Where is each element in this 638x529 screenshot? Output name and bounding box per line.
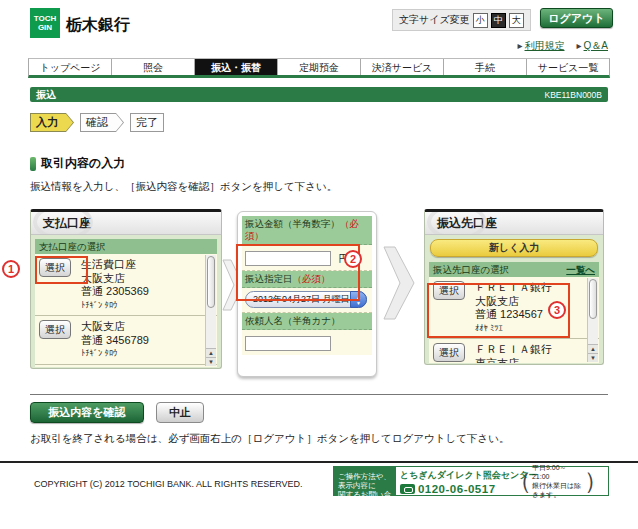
- payment-list-scrollbar[interactable]: ▲ ▼: [205, 255, 216, 366]
- font-size-label: 文字サイズ変更: [399, 13, 470, 27]
- qa-link[interactable]: ▸Q＆A: [577, 39, 608, 53]
- page-title: 振込: [36, 88, 56, 102]
- scrollbar-thumb[interactable]: [589, 279, 597, 319]
- destination-list-link[interactable]: 一覧へ: [566, 262, 595, 277]
- destination-list-scrollbar[interactable]: ▲ ▼: [587, 278, 598, 362]
- contact-center-name: とちぎんダイレクト照会センター: [400, 469, 508, 482]
- watermark-decoration: [33, 212, 93, 235]
- date-label-row: 振込指定日（必須）: [242, 271, 372, 288]
- payer-input-row: [242, 330, 372, 355]
- destination-account-row: 選択 ＦＲＥＩＡ銀行 東京支店: [429, 339, 599, 363]
- nav-payment-service[interactable]: 決済サービス: [361, 59, 444, 75]
- nav-top-page[interactable]: トップページ: [29, 59, 112, 75]
- instruction-text: 振込情報を入力し、［振込内容を確認］ボタンを押して下さい。: [30, 180, 337, 194]
- step-complete: 完了: [130, 113, 164, 132]
- confirm-transfer-button[interactable]: 振込内容を確認: [30, 402, 144, 423]
- contact-hours-line2: 銀行休業日は除きます。: [532, 481, 584, 499]
- date-select[interactable]: 2012年04月27日 月曜日 ▲ ▼: [245, 291, 367, 308]
- nav-transfer[interactable]: 振込・振替: [195, 59, 278, 75]
- arrow-bullet-icon: ▸: [577, 40, 582, 51]
- nav-time-deposit[interactable]: 定期預金: [278, 59, 361, 75]
- payment-account-row: 選択 生活費口座 大阪支店 普通 2305369 ﾄﾁｷﾞﾝ ﾀﾛｳ: [35, 254, 217, 316]
- header-links: ▸利用規定 ▸Q＆A: [517, 39, 608, 53]
- destination-list-header: 振込先口座の選択 一覧へ: [429, 262, 599, 277]
- stepper-down-icon: ▼: [351, 300, 366, 306]
- destination-bank: ＦＲＥＩＡ銀行: [475, 343, 552, 357]
- date-select-value: 2012年04月27日 月曜日: [253, 294, 350, 304]
- payer-label-row: 依頼人名（半角カナ）: [242, 313, 372, 330]
- select-stepper-icon: ▲ ▼: [350, 291, 367, 308]
- watermark-decoration: [427, 212, 487, 235]
- destination-account-row: 選択 ＦＲＥＩＡ銀行 大阪支店 普通 1234567 ｵｵﾔ ﾐﾂｴ: [429, 277, 599, 339]
- nav-inquiry[interactable]: 照会: [112, 59, 195, 75]
- page-title-bar: 振込 KBE11BN000B: [30, 87, 608, 102]
- payer-name-input[interactable]: [245, 336, 331, 351]
- payment-account-panel: 支払口座 支払口座の選択 選択 生活費口座 大阪支店 普通 2305369 ﾄﾁ…: [30, 209, 222, 369]
- terms-link-label: 利用規定: [525, 40, 565, 51]
- font-size-small-button[interactable]: 小: [473, 13, 488, 28]
- account-branch: 大阪支店: [81, 320, 149, 334]
- account-branch: 大阪支店: [81, 272, 149, 286]
- contact-center-block: とちぎんダイレクト照会センター 0120-06-0517: [396, 467, 508, 495]
- destination-branch: 東京支店: [475, 357, 552, 364]
- bank-logo-line1: TOCH: [30, 14, 60, 23]
- transfer-detail-panel: 振込金額（半角数字）（必須） 円 振込指定日（必須） 2012年04月27日 月…: [237, 211, 377, 377]
- select-destination-account-2-button[interactable]: 選択: [433, 343, 465, 362]
- new-destination-button[interactable]: 新しく入力: [430, 239, 598, 257]
- annotation-circle-3: 3: [548, 301, 566, 319]
- payment-account-list: 選択 生活費口座 大阪支店 普通 2305369 ﾄﾁｷﾞﾝ ﾀﾛｳ 選択 大阪…: [35, 254, 217, 367]
- select-destination-account-1-button[interactable]: 選択: [433, 281, 465, 300]
- logout-button[interactable]: ログアウト: [540, 8, 613, 28]
- step-input: 入力: [30, 113, 74, 132]
- account-name: 生活費口座: [81, 258, 149, 272]
- annotation-circle-1: 1: [2, 260, 20, 278]
- nav-service-list[interactable]: サービス一覧: [527, 59, 609, 75]
- paren-close: ）: [584, 477, 608, 486]
- payment-panel-title-row: 支払口座: [31, 212, 221, 235]
- destination-branch: 大阪支店: [475, 295, 552, 309]
- transfer-page: TOCH GIN 栃木銀行 文字サイズ変更 小 中 大 ログアウト ▸利用規定 …: [0, 0, 638, 529]
- annotation-circle-2: 2: [344, 250, 362, 268]
- payment-list-header-label: 支払口座の選択: [39, 239, 106, 254]
- step-input-label: 入力: [31, 114, 73, 131]
- paren-open: （: [508, 477, 532, 486]
- action-buttons: 振込内容を確認 中止: [30, 402, 204, 423]
- scroll-down-icon[interactable]: ▼: [588, 353, 598, 362]
- scroll-up-icon[interactable]: ▲: [206, 348, 216, 357]
- font-size-control: 文字サイズ変更 小 中 大: [392, 9, 531, 31]
- select-payment-account-1-button[interactable]: 選択: [39, 258, 71, 277]
- date-required-label: （必須）: [293, 273, 331, 284]
- nav-procedures[interactable]: 手続: [444, 59, 527, 75]
- scrollbar-thumb[interactable]: [207, 256, 215, 308]
- terms-link[interactable]: ▸利用規定: [517, 39, 564, 53]
- contact-box: ご操作方法や、表示内容に 関するお問い合わせ とちぎんダイレクト照会センター 0…: [333, 466, 609, 496]
- destination-list-header-label: 振込先口座の選択: [433, 262, 509, 277]
- bank-name: 栃木銀行: [66, 15, 130, 36]
- qa-link-label: Q＆A: [584, 40, 608, 51]
- payment-account-row: 選択 大阪支店: [35, 365, 217, 368]
- payment-account-row: 選択 大阪支店 普通 3456789 ﾄﾁｷﾞﾝ ﾀﾛｳ: [35, 316, 217, 365]
- destination-holder-kana: ｵｵﾔ ﾐﾂｴ: [475, 322, 552, 336]
- step-confirm-label: 確認: [81, 114, 123, 131]
- destination-account-panel: 振込先口座 新しく入力 振込先口座の選択 一覧へ 選択 ＦＲＥＩＡ銀行 大阪支店…: [424, 209, 604, 365]
- logout-note: お取引を終了される場合は、必ず画面右上の［ログアウト］ボタンを押してログアウトし…: [30, 432, 509, 446]
- select-payment-account-2-button[interactable]: 選択: [39, 320, 71, 339]
- account-holder-kana: ﾄﾁｷﾞﾝ ﾀﾛｳ: [81, 347, 149, 361]
- amount-input[interactable]: [245, 251, 331, 266]
- amount-label-row: 振込金額（半角数字）（必須）: [242, 216, 372, 245]
- free-dial-icon: [400, 484, 415, 494]
- scroll-down-icon[interactable]: ▼: [206, 357, 216, 366]
- contact-hours: （ 平日9:00～21:00 銀行休業日は除きます。 ）: [508, 467, 608, 495]
- account-holder-kana: ﾄﾁｷﾞﾝ ﾀﾛｳ: [81, 299, 149, 313]
- account-number: 普通 2305369: [81, 285, 149, 299]
- contact-label-line2: 関するお問い合わせ: [338, 490, 393, 508]
- cancel-button[interactable]: 中止: [156, 402, 204, 423]
- date-label: 振込指定日: [245, 273, 293, 284]
- font-size-medium-button[interactable]: 中: [491, 13, 506, 28]
- font-size-large-button[interactable]: 大: [509, 13, 524, 28]
- panels-area: 支払口座 支払口座の選択 選択 生活費口座 大阪支店 普通 2305369 ﾄﾁ…: [30, 209, 608, 381]
- scroll-up-icon[interactable]: ▲: [588, 344, 598, 353]
- flow-arrow-icon: [382, 245, 416, 321]
- destination-number: 普通 1234567: [475, 308, 552, 322]
- contact-label-line1: ご操作方法や、表示内容に: [338, 472, 393, 490]
